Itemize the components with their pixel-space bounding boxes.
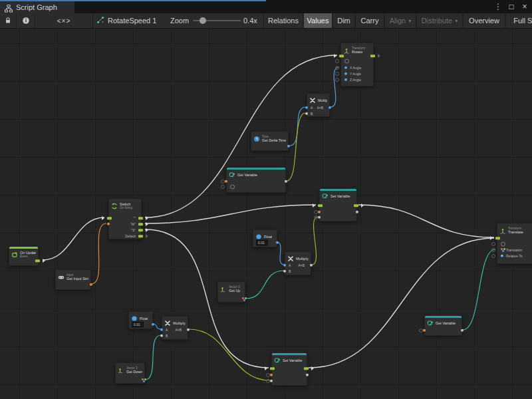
value-port[interactable] (225, 180, 227, 183)
value-port[interactable] (344, 66, 347, 69)
node-set-variable-right[interactable]: Set Variable (319, 188, 357, 221)
graph-canvas[interactable]: TransformRotateX AngleY AngleZ AngleMult… (0, 29, 532, 399)
flow-port[interactable] (107, 217, 112, 219)
node-header-text: Multiply (173, 321, 186, 325)
toolbar-button-dim[interactable]: Dim (332, 13, 355, 28)
flow-port[interactable] (35, 259, 40, 262)
value-port[interactable] (152, 323, 154, 326)
node-vector3-get-down[interactable]: Vector 3Get Down (115, 362, 145, 384)
node-multiply-top[interactable]: MultiplyAA×BB (307, 93, 330, 117)
value-port[interactable] (283, 270, 286, 273)
value-port[interactable] (356, 211, 358, 213)
node-translate[interactable]: TransformTranslateTranslationRelative To (497, 223, 532, 264)
node-title: Set Variable (331, 194, 350, 198)
value-port[interactable] (306, 374, 309, 376)
value-port[interactable] (90, 283, 92, 286)
more-icon[interactable]: ⋮ (493, 1, 503, 12)
node-float-bottom[interactable]: Float0.01 (128, 311, 153, 329)
value-port[interactable] (276, 241, 279, 244)
flow-port[interactable] (304, 367, 309, 370)
value-port[interactable] (344, 78, 347, 81)
value-port[interactable] (160, 329, 163, 331)
node-float-center[interactable]: Float0.01 (253, 229, 277, 247)
node-set-variable-bottom[interactable]: Set Variable (271, 352, 307, 386)
object-port[interactable] (344, 59, 349, 64)
zoom-fit-button[interactable]: <×> (35, 13, 93, 28)
zoom-slider[interactable] (193, 20, 241, 21)
object-port[interactable] (501, 242, 505, 247)
toolbar-button-distribute[interactable]: Distribute▾ (416, 13, 463, 28)
lock-button[interactable] (0, 13, 17, 28)
value-port[interactable] (107, 223, 110, 225)
space-port[interactable] (501, 255, 503, 257)
flow-port[interactable] (138, 235, 143, 237)
value-port[interactable] (423, 329, 426, 332)
value-port[interactable] (270, 380, 273, 382)
value-port[interactable] (310, 264, 313, 267)
node-get-delta-time[interactable]: TimeGet Delta Time (251, 131, 289, 151)
tab-script-graph[interactable]: Script Graph (0, 1, 74, 13)
info-button[interactable] (17, 13, 35, 28)
flow-port[interactable] (339, 55, 344, 57)
value-port[interactable] (283, 264, 286, 267)
node-title: Get Variable (436, 321, 456, 325)
toolbar-button-relations[interactable]: Relations (263, 13, 303, 28)
toolbar-button-label: Full Screen (513, 17, 532, 25)
toolbar-button-values[interactable]: Values (303, 13, 332, 28)
node-header-text: Vector 3Get Up (229, 285, 240, 293)
object-port[interactable] (230, 185, 235, 190)
port-row (497, 241, 532, 247)
flow-port[interactable] (354, 204, 358, 207)
port-row: Z Angle (341, 77, 373, 83)
vector3-port[interactable] (142, 378, 146, 382)
vector3-port[interactable] (501, 248, 505, 252)
value-port[interactable] (344, 72, 347, 75)
value-port[interactable] (318, 216, 321, 219)
graph-breadcrumb[interactable]: RotateSpeed 1 (96, 13, 156, 28)
value-port[interactable] (305, 106, 308, 109)
flow-port[interactable] (138, 229, 143, 231)
node-multiply-center[interactable]: MultiplyAA×BB (285, 251, 311, 275)
toolbar-button-full-screen[interactable]: Full Screen (505, 13, 532, 28)
vector3-port[interactable] (242, 297, 247, 301)
wire-arrow-icon (146, 234, 148, 238)
toolbar-button-carry[interactable]: Carry (355, 13, 384, 28)
value-input[interactable]: 0.01 (132, 322, 144, 328)
flow-port[interactable] (270, 367, 275, 370)
maximize-icon[interactable]: □ (507, 1, 516, 12)
port-row (272, 378, 307, 384)
flow-port[interactable] (318, 204, 323, 207)
value-port[interactable] (160, 334, 163, 337)
node-switch[interactable]: SwitchOn String"""W""S"Default (108, 198, 142, 239)
toolbar-button-align[interactable]: Align▾ (384, 13, 416, 28)
node-rotate[interactable]: TransformRotateX AngleY AngleZ Angle (340, 43, 374, 86)
node-get-variable-center[interactable]: Get Variable (226, 167, 286, 193)
value-port[interactable] (305, 112, 308, 115)
node-multiply-bottom[interactable]: MultiplyAA×BB (162, 316, 188, 340)
flow-port[interactable] (138, 217, 143, 219)
wire-arrow-icon (313, 203, 315, 207)
toolbar-button-overview[interactable]: Overview (463, 13, 505, 28)
wire-arrow-icon (146, 216, 148, 220)
flow-port[interactable] (370, 55, 375, 57)
zoom-slider-handle[interactable] (200, 17, 206, 24)
node-get-variable-bottom[interactable]: Get Variable (424, 315, 462, 336)
value-port[interactable] (461, 329, 464, 332)
close-icon[interactable]: × (520, 1, 529, 12)
port-row: Relative To (497, 253, 532, 259)
port-row (425, 328, 462, 334)
flow-port[interactable] (495, 237, 500, 239)
port-row (116, 378, 144, 384)
node-on-update[interactable]: On UpdateEvent (9, 246, 39, 266)
port-label: A×B (175, 328, 182, 332)
value-input[interactable]: 0.01 (256, 240, 268, 246)
value-port[interactable] (329, 106, 331, 109)
node-get-input-string[interactable]: InputGet Input String (55, 269, 91, 290)
value-port[interactable] (285, 180, 287, 183)
value-port[interactable] (270, 374, 273, 376)
value-port[interactable] (287, 145, 290, 148)
value-port[interactable] (318, 211, 321, 213)
node-vector3-get-up[interactable]: Vector 3Get Up (217, 281, 245, 303)
flow-port[interactable] (138, 223, 143, 225)
value-port[interactable] (187, 329, 190, 331)
